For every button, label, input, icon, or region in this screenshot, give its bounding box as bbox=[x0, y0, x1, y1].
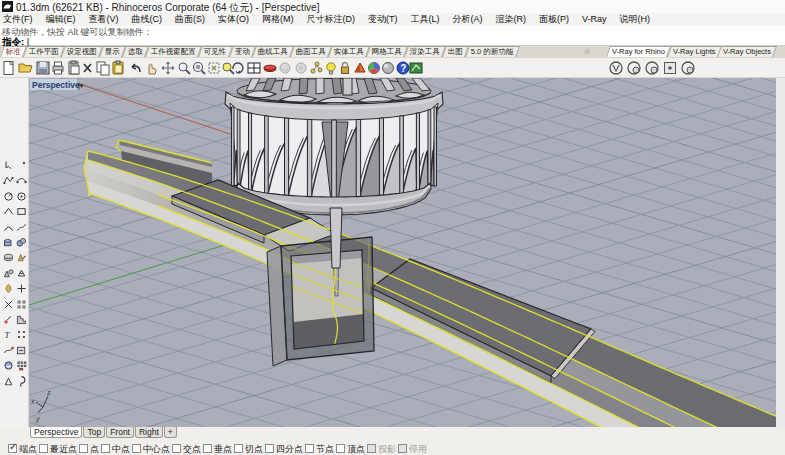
svg-text:x: x bbox=[30, 397, 35, 406]
svg-text:Perspective: Perspective bbox=[32, 80, 80, 90]
svg-text:?: ? bbox=[400, 63, 406, 74]
svg-text:T: T bbox=[4, 330, 10, 340]
svg-text:|▾: |▾ bbox=[78, 82, 84, 90]
svg-text:z: z bbox=[46, 388, 51, 397]
